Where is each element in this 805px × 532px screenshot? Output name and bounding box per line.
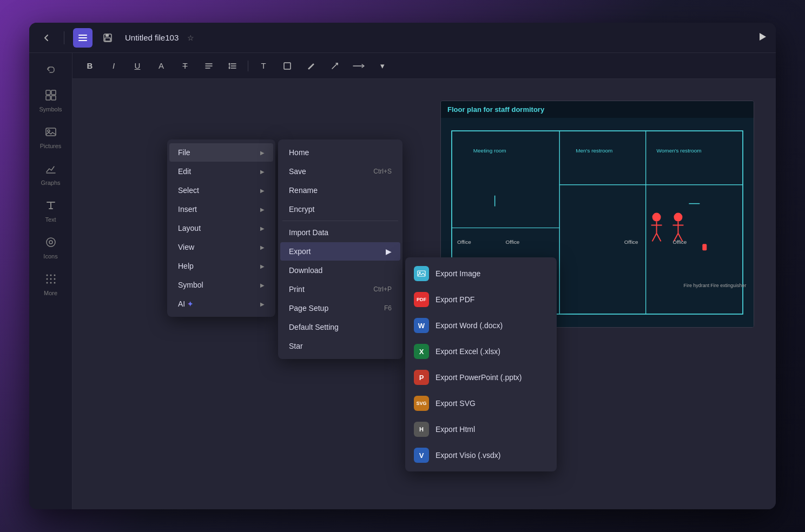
sidebar-item-icons[interactable]: Icons <box>32 230 69 265</box>
menu-item-file[interactable]: File ▶ <box>169 143 273 162</box>
line-style-button[interactable] <box>350 57 367 75</box>
italic-button[interactable]: I <box>105 57 122 75</box>
svg-point-11 <box>49 241 52 244</box>
layout-arrow: ▶ <box>260 225 265 231</box>
dropdown-print[interactable]: Print Ctrl+P <box>280 280 400 298</box>
edit-arrow: ▶ <box>260 169 265 175</box>
menu-item-edit[interactable]: Edit ▶ <box>169 162 273 181</box>
file-title: Untitled file103 <box>125 33 179 42</box>
export-visio-item[interactable]: V Export Visio (.vsdx) <box>405 442 557 468</box>
menu-item-ai[interactable]: AI ✦ ▶ <box>169 295 273 313</box>
graphs-icon <box>44 162 57 177</box>
menu-overlay: File ▶ Edit ▶ Select ▶ Insert <box>72 79 776 509</box>
svg-marker-3 <box>760 33 766 41</box>
export-excel-icon: X <box>414 344 429 359</box>
svg-point-50 <box>419 272 421 274</box>
dropdown-download[interactable]: Download <box>280 261 400 280</box>
svg-rect-2 <box>105 38 110 41</box>
svg-rect-10 <box>47 238 55 247</box>
dropdown-importdata[interactable]: Import Data <box>280 223 400 242</box>
title-bar-right <box>757 32 767 44</box>
underline-button[interactable]: U <box>129 57 146 75</box>
sidebar-item-more[interactable]: More <box>32 267 69 302</box>
file-arrow: ▶ <box>260 150 265 156</box>
svg-rect-49 <box>418 271 425 276</box>
svg-point-9 <box>48 130 50 132</box>
export-html-item[interactable]: H Export Html <box>405 416 557 442</box>
sidebar-item-text[interactable]: Text <box>32 194 69 228</box>
svg-point-14 <box>54 275 55 276</box>
export-excel-item[interactable]: X Export Excel (.xlsx) <box>405 338 557 364</box>
pen-button[interactable] <box>302 57 320 75</box>
svg-point-20 <box>54 282 55 284</box>
menu-item-insert[interactable]: Insert ▶ <box>169 200 273 218</box>
text-style-button[interactable]: T <box>255 57 272 75</box>
export-visio-icon: V <box>414 448 429 463</box>
dropdown-encrypt[interactable]: Encrypt <box>280 200 400 218</box>
menu-item-select[interactable]: Select ▶ <box>169 181 273 200</box>
dropdown-defaultsetting[interactable]: Default Setting <box>280 318 400 336</box>
more-label: More <box>44 290 57 296</box>
app-window: Untitled file103 ☆ <box>29 23 776 509</box>
main-dropdown: Home Save Ctrl+S Rename Encrypt <box>278 139 402 359</box>
icons-icon <box>44 236 57 251</box>
main-content: Symbols Pictures <box>29 53 776 509</box>
export-ppt-icon: P <box>414 370 429 385</box>
svg-rect-1 <box>105 34 109 37</box>
insert-arrow: ▶ <box>260 207 265 212</box>
ai-arrow: ▶ <box>260 301 265 307</box>
export-svg-item[interactable]: SVG Export SVG <box>405 390 557 416</box>
svg-point-12 <box>46 275 48 276</box>
strikethrough-button[interactable]: T <box>176 57 194 75</box>
canvas-area[interactable]: Floor plan for staff dormitory <box>72 79 776 509</box>
dropdown-pagesetup[interactable]: Page Setup F6 <box>280 299 400 317</box>
sidebar-item-symbols[interactable]: Symbols <box>32 83 69 118</box>
sidebar-item-pictures[interactable]: Pictures <box>32 120 69 155</box>
symbol-arrow: ▶ <box>260 282 265 288</box>
back-button[interactable] <box>38 29 55 46</box>
svg-point-18 <box>46 282 48 284</box>
line-dropdown-button[interactable]: ▾ <box>374 57 391 75</box>
align-button[interactable] <box>200 57 217 75</box>
font-color-button[interactable]: A <box>153 57 170 75</box>
more-icon <box>44 272 57 288</box>
save-icon-button[interactable] <box>99 29 116 46</box>
menu-item-symbol[interactable]: Symbol ▶ <box>169 276 273 294</box>
dropdown-home[interactable]: Home <box>280 143 400 162</box>
svg-point-16 <box>50 278 51 280</box>
title-bar-left: Untitled file103 ☆ <box>38 28 194 48</box>
play-button[interactable] <box>757 32 767 44</box>
symbols-label: Symbols <box>39 106 62 112</box>
shape-button[interactable] <box>279 57 296 75</box>
connector-button[interactable] <box>326 57 344 75</box>
export-pdf-item[interactable]: PDF Export PDF <box>405 287 557 312</box>
dropdown-save[interactable]: Save Ctrl+S <box>280 162 400 181</box>
dropdown-star[interactable]: Star <box>280 337 400 355</box>
title-bar: Untitled file103 ☆ <box>29 23 776 53</box>
help-arrow: ▶ <box>260 263 265 269</box>
export-ppt-item[interactable]: P Export PowerPoint (.pptx) <box>405 364 557 390</box>
bold-button[interactable]: B <box>81 57 98 75</box>
star-button[interactable]: ☆ <box>187 34 194 42</box>
svg-rect-7 <box>51 96 56 100</box>
file-menu: File ▶ Edit ▶ Select ▶ Insert <box>167 139 275 317</box>
export-word-item[interactable]: W Export Word (.docx) <box>405 312 557 338</box>
export-submenu: Export Image PDF Export PDF W Export Wor… <box>405 257 557 471</box>
svg-point-13 <box>50 275 51 276</box>
svg-point-19 <box>50 282 51 284</box>
menu-item-help[interactable]: Help ▶ <box>169 257 273 275</box>
menu-button[interactable] <box>73 28 93 48</box>
dropdown-rename[interactable]: Rename <box>280 181 400 200</box>
svg-rect-5 <box>51 90 56 95</box>
menu-item-view[interactable]: View ▶ <box>169 238 273 256</box>
svg-point-17 <box>54 278 55 280</box>
dropdown-export[interactable]: Export ▶ <box>280 242 400 261</box>
select-arrow: ▶ <box>260 188 265 194</box>
sidebar-item-graphs[interactable]: Graphs <box>32 157 69 191</box>
undo-button[interactable] <box>32 59 69 81</box>
menu-item-layout[interactable]: Layout ▶ <box>169 219 273 237</box>
line-spacing-button[interactable] <box>224 57 241 75</box>
export-html-icon: H <box>414 422 429 437</box>
export-image-item[interactable]: Export Image <box>405 261 557 287</box>
export-word-icon: W <box>414 318 429 333</box>
